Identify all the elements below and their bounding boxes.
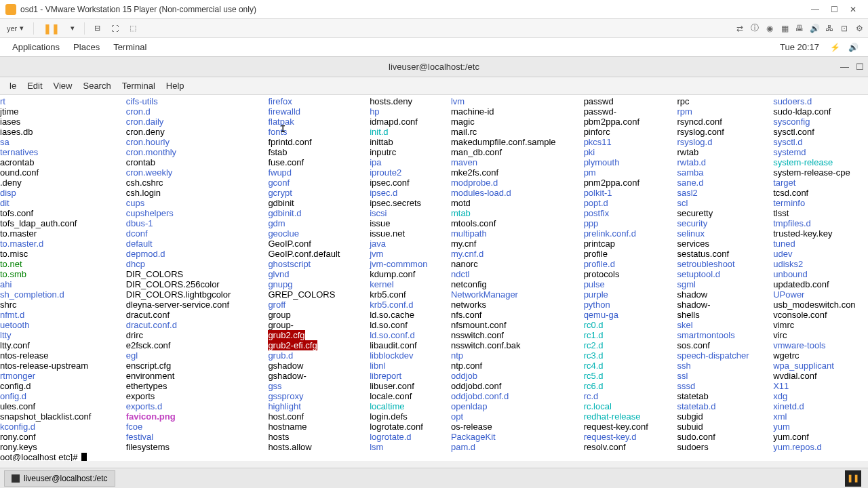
ls-entry: oddjob xyxy=(451,371,584,381)
snapshot-button[interactable]: ⊟ xyxy=(90,22,104,34)
taskbar-tab-label: liveuser@localhost:/etc xyxy=(24,474,108,483)
ls-entry: gshadow xyxy=(268,361,370,371)
ls-entry: machine-id xyxy=(451,106,584,117)
minimize-button[interactable]: — xyxy=(806,5,825,14)
volume-icon[interactable]: 🔊 xyxy=(844,43,863,52)
clock[interactable]: Tue 20:17 xyxy=(773,42,826,52)
network-status-icon[interactable]: ⚡ xyxy=(826,43,844,52)
places-menu[interactable]: Places xyxy=(66,42,106,52)
ls-entry: makedumpfile.conf.sample xyxy=(451,137,584,147)
ls-entry: udisks2 xyxy=(773,259,868,269)
pause-button[interactable]: ❚❚ xyxy=(39,22,64,35)
ls-entry: motd xyxy=(451,198,584,208)
ls-entry: logrotate.d xyxy=(370,432,451,442)
ls-entry: csh.login xyxy=(126,188,269,198)
ls-entry: pkcs11 xyxy=(584,137,677,147)
ls-entry: jvm-commmon xyxy=(370,259,451,269)
ls-entry: disp xyxy=(0,188,126,198)
ls-column: firefoxfirewalldflatpakfontsfprintd.conf… xyxy=(268,96,370,452)
ls-entry: system-release-cpe xyxy=(773,167,868,178)
ls-entry: sysctl.conf xyxy=(773,127,868,137)
disk-icon[interactable]: ▦ xyxy=(778,22,791,35)
ls-entry: trusted-key.key xyxy=(773,228,868,239)
ls-entry: python xyxy=(584,300,677,310)
ls-entry: locale.conf xyxy=(370,391,451,401)
ls-entry: subuid xyxy=(677,422,773,432)
ls-entry: ld.so.conf xyxy=(370,320,451,330)
ls-entry: lvm xyxy=(451,96,584,106)
pause-dropdown[interactable]: ▾ xyxy=(66,22,79,34)
hint-icon[interactable]: ⓘ xyxy=(749,22,761,35)
applications-menu[interactable]: Applications xyxy=(5,42,66,52)
term-menu-view[interactable]: View xyxy=(48,81,78,91)
ls-entry: cron.daily xyxy=(126,117,269,127)
drive-icon[interactable]: ⊡ xyxy=(838,22,850,35)
ls-entry: profile xyxy=(584,249,677,259)
usb-icon[interactable]: ⇄ xyxy=(734,22,746,35)
ls-entry: shadow- xyxy=(677,300,773,310)
ls-entry: passwd xyxy=(584,96,677,106)
print-icon[interactable]: 🖶 xyxy=(793,22,806,35)
app-icon xyxy=(5,4,16,15)
ls-entry: passwd- xyxy=(584,106,677,117)
network-icon[interactable]: 🖧 xyxy=(823,22,835,35)
ls-entry: rsyncd.conf xyxy=(677,117,773,127)
term-menu-help[interactable]: Help xyxy=(161,81,190,91)
cd-icon[interactable]: ◉ xyxy=(764,22,776,35)
ls-entry: ld.so.cache xyxy=(370,310,451,320)
close-button[interactable]: ✕ xyxy=(844,5,863,14)
window-titlebar: osd1 - VMware Workstation 15 Player (Non… xyxy=(0,0,868,19)
ls-entry: sane.d xyxy=(677,178,773,188)
ls-entry: ntos-release xyxy=(0,350,126,361)
ls-entry: festival xyxy=(126,432,269,442)
ls-entry: my.cnf xyxy=(451,239,584,249)
ls-entry: openldap xyxy=(451,401,584,411)
player-menu[interactable]: yer ▾ xyxy=(3,22,28,34)
ls-entry: pnm2ppa.conf xyxy=(584,178,677,188)
ls-entry: gnupg xyxy=(268,279,370,289)
terminal-maximize[interactable]: ☐ xyxy=(856,62,864,72)
ls-entry: rpm xyxy=(677,106,773,117)
sound-icon[interactable]: 🔊 xyxy=(808,22,821,35)
ls-entry: dhcp xyxy=(126,259,269,269)
fullscreen-button[interactable]: ⛶ xyxy=(107,23,123,34)
terminal-body[interactable]: rtjtimeiasesiases.dbsaternativesacrontab… xyxy=(0,95,868,461)
ls-entry: rc5.d xyxy=(584,371,677,381)
ls-entry: sa xyxy=(0,137,126,147)
ls-entry: init.d xyxy=(370,127,451,137)
maximize-button[interactable]: ☐ xyxy=(825,5,844,14)
ls-entry: rpc xyxy=(677,96,773,106)
ls-entry: ssh xyxy=(677,361,773,371)
term-menu-edit[interactable]: Edit xyxy=(22,81,47,91)
term-menu-le[interactable]: le xyxy=(4,81,22,91)
ls-entry: fprintd.conf xyxy=(268,137,370,147)
terminal-titlebar: liveuser@localhost:/etc — ☐ xyxy=(0,57,868,77)
ls-entry: uetooth xyxy=(0,320,126,330)
unity-button[interactable]: ⬚ xyxy=(125,22,140,34)
ls-entry: iscsi xyxy=(370,208,451,218)
terminal-title: liveuser@localhost:/etc xyxy=(389,62,479,72)
ls-entry: config.d xyxy=(0,381,126,391)
ls-entry: ltty xyxy=(0,330,126,340)
ls-entry: kdump.conf xyxy=(370,269,451,279)
ls-entry: GeoIP.conf.default xyxy=(268,249,370,259)
settings-icon[interactable]: ⚙ xyxy=(853,22,865,35)
ls-entry: gdbinit xyxy=(268,198,370,208)
ls-entry: netconfig xyxy=(451,279,584,289)
terminal-minimize[interactable]: — xyxy=(840,62,849,72)
terminal-menu[interactable]: Terminal xyxy=(106,42,153,52)
ls-entry: GeoIP.conf xyxy=(268,239,370,249)
ls-entry: DIR_COLORS.lightbgcolor xyxy=(126,289,269,300)
term-menu-terminal[interactable]: Terminal xyxy=(117,81,161,91)
ls-entry: enscript.cfg xyxy=(126,361,269,371)
ls-entry: kconfig.d xyxy=(0,422,126,432)
vm-paused-indicator[interactable]: ❚❚ xyxy=(845,470,861,487)
ls-entry: gssproxy xyxy=(268,391,370,401)
ls-entry: plymouth xyxy=(584,157,677,167)
ls-entry: rwtab.d xyxy=(677,157,773,167)
ls-entry: sgml xyxy=(677,279,773,289)
ls-entry: ltty.conf xyxy=(0,340,126,350)
term-menu-search[interactable]: Search xyxy=(77,81,116,91)
taskbar-terminal-tab[interactable]: liveuser@localhost:/etc xyxy=(4,470,115,487)
ls-entry: fuse.conf xyxy=(268,157,370,167)
